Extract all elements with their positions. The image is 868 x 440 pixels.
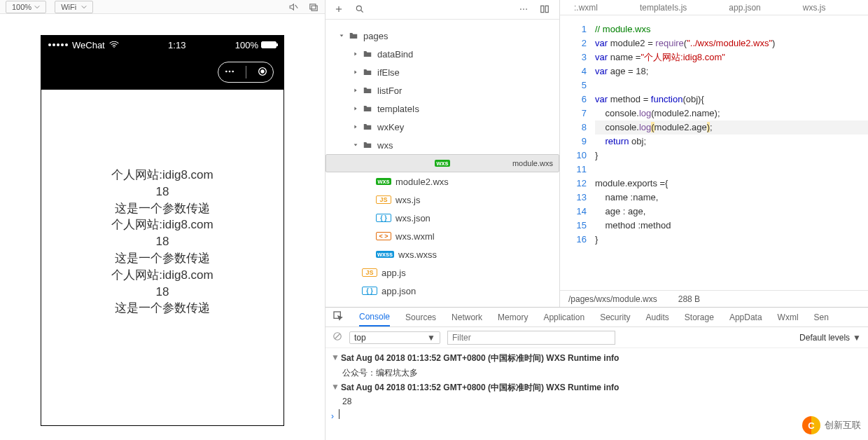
add-tab-icon[interactable] xyxy=(334,4,345,15)
target-icon[interactable] xyxy=(257,66,268,79)
folder-dataBind[interactable]: dataBind xyxy=(326,45,559,63)
editor-tab[interactable]: app.json xyxy=(729,3,760,15)
log-level-select[interactable]: Default levels ▼ xyxy=(799,333,861,343)
page-text-line: 这是一个参数传递 xyxy=(41,300,284,317)
folder-listFor[interactable]: listFor xyxy=(326,81,559,99)
svg-point-13 xyxy=(520,8,522,10)
clear-console-icon[interactable] xyxy=(332,331,342,343)
status-bar: WeChat 1:13 100% xyxy=(41,35,284,55)
devtools-tab-sources[interactable]: Sources xyxy=(405,312,436,322)
console-prompt[interactable]: › xyxy=(326,408,868,422)
page-text-line: 18 xyxy=(41,284,284,301)
battery-icon xyxy=(261,41,276,48)
page-text-line: 这是一个参数传递 xyxy=(41,250,284,267)
window-icon[interactable] xyxy=(308,1,319,13)
svg-point-5 xyxy=(228,70,230,72)
devtools-tab-appdata[interactable]: AppData xyxy=(729,312,762,322)
editor-tab[interactable]: :.wxml xyxy=(574,3,598,15)
log-level-value: Default levels xyxy=(799,333,850,343)
svg-point-6 xyxy=(232,70,234,72)
editor-tabs: :.wxmltemplateIs.jsapp.jsonwxs.js xyxy=(560,0,868,15)
page-text-line: 个人网站:idig8.com xyxy=(41,267,284,284)
capsule-menu[interactable] xyxy=(218,62,274,83)
signal-dots-icon xyxy=(48,43,68,46)
watermark-text: 创新互联 xyxy=(825,419,861,432)
svg-point-14 xyxy=(523,8,524,10)
line-number-gutter: 12345678910111213141516 xyxy=(560,15,595,290)
battery-percent: 100% xyxy=(235,40,258,50)
inspect-element-icon[interactable] xyxy=(332,310,344,324)
file-app-js[interactable]: JSapp.js xyxy=(326,263,559,282)
svg-line-0 xyxy=(295,5,298,8)
chevron-down-icon xyxy=(81,4,87,10)
page-text-line: 个人网站:idig8.com xyxy=(41,216,284,233)
console-log-line: ▼Sat Aug 04 2018 01:13:52 GMT+0800 (中国标准… xyxy=(326,351,868,366)
wifi-icon xyxy=(109,41,119,48)
file-wxs-wxml[interactable]: < >wxs.wxml xyxy=(326,227,559,245)
mute-icon[interactable] xyxy=(288,1,300,13)
svg-rect-1 xyxy=(310,4,316,8)
svg-rect-16 xyxy=(541,6,544,12)
folder-wxs[interactable]: wxs xyxy=(326,136,559,154)
file-module2-wxs[interactable]: wxsmodule2.wxs xyxy=(326,172,559,191)
devtools-tab-network[interactable]: Network xyxy=(451,312,482,322)
phone-simulator: WeChat 1:13 100% 个人网站:i xyxy=(41,35,284,426)
svg-point-4 xyxy=(225,70,227,72)
svg-point-11 xyxy=(356,6,361,11)
zoom-value: 100% xyxy=(12,3,31,11)
folder-wxKey[interactable]: wxKey xyxy=(326,118,559,136)
network-select[interactable]: WiFi xyxy=(55,1,93,13)
devtools-tab-storage[interactable]: Storage xyxy=(685,312,714,322)
devtools-tab-memory[interactable]: Memory xyxy=(498,312,528,322)
context-value: top xyxy=(354,333,366,343)
folder-ifElse[interactable]: ifElse xyxy=(326,63,559,81)
svg-rect-17 xyxy=(545,6,548,12)
svg-line-12 xyxy=(361,10,363,12)
code-body[interactable]: // module.wxsvar module2 = require("../w… xyxy=(595,15,868,290)
watermark: C 创新互联 xyxy=(802,416,861,434)
simulator-top-toolbar: 100% WiFi xyxy=(0,0,325,14)
console-log-line: ▼Sat Aug 04 2018 01:13:52 GMT+0800 (中国标准… xyxy=(326,380,868,395)
console-log-line: 28 xyxy=(326,395,868,408)
console-log-line: 公众号：编程坑太多 xyxy=(326,366,868,380)
file-app-json[interactable]: { }app.json xyxy=(326,282,559,300)
devtools-tab-security[interactable]: Security xyxy=(600,312,630,322)
split-icon[interactable] xyxy=(540,4,551,15)
file-module-wxs[interactable]: wxsmodule.wxs xyxy=(326,154,559,172)
svg-line-20 xyxy=(335,334,340,339)
devtools-tab-application[interactable]: Application xyxy=(543,312,584,322)
context-select[interactable]: top ▼ xyxy=(349,331,440,344)
status-file-path: /pages/wxs/module.wxs xyxy=(568,294,657,304)
editor-tab[interactable]: wxs.js xyxy=(803,3,826,15)
page-text-line: 个人网站:idig8.com xyxy=(41,167,284,184)
status-file-size: 288 B xyxy=(678,294,700,304)
chevron-down-icon xyxy=(34,4,40,10)
svg-point-3 xyxy=(113,47,114,48)
nav-bar xyxy=(41,55,284,90)
folder-pages[interactable]: pages xyxy=(326,27,559,45)
more-icon[interactable] xyxy=(224,66,235,79)
page-text-line: 18 xyxy=(41,184,284,200)
search-icon[interactable] xyxy=(355,4,366,15)
statusbar-time: 1:13 xyxy=(119,40,235,50)
page-content: 个人网站:idig8.com18这是一个参数传递个人网站:idig8.com18… xyxy=(41,90,284,317)
devtools-tab-sen[interactable]: Sen xyxy=(814,312,829,322)
folder-templateIs[interactable]: templateIs xyxy=(326,99,559,118)
more-icon[interactable] xyxy=(519,4,530,15)
file-wxs-js[interactable]: JSwxs.js xyxy=(326,191,559,209)
file-explorer-tree: pagesdataBindifElselistFortemplateIswxKe… xyxy=(326,20,559,307)
devtools-tab-console[interactable]: Console xyxy=(359,312,390,326)
editor-tab[interactable]: templateIs.js xyxy=(640,3,687,15)
page-text-line: 18 xyxy=(41,233,284,250)
svg-point-15 xyxy=(526,8,527,10)
zoom-select[interactable]: 100% xyxy=(6,1,46,13)
carrier-label: WeChat xyxy=(72,40,105,50)
console-filter-input[interactable] xyxy=(447,331,615,345)
file-wxs-json[interactable]: { }wxs.json xyxy=(326,209,559,227)
svg-point-8 xyxy=(261,70,264,73)
devtools-tab-audits[interactable]: Audits xyxy=(646,312,669,322)
console-output: ▼Sat Aug 04 2018 01:13:52 GMT+0800 (中国标准… xyxy=(326,348,868,440)
page-text-line: 这是一个参数传递 xyxy=(41,200,284,217)
devtools-tab-wxml[interactable]: Wxml xyxy=(778,312,799,322)
file-wxs-wxss[interactable]: wxsswxs.wxss xyxy=(326,245,559,263)
